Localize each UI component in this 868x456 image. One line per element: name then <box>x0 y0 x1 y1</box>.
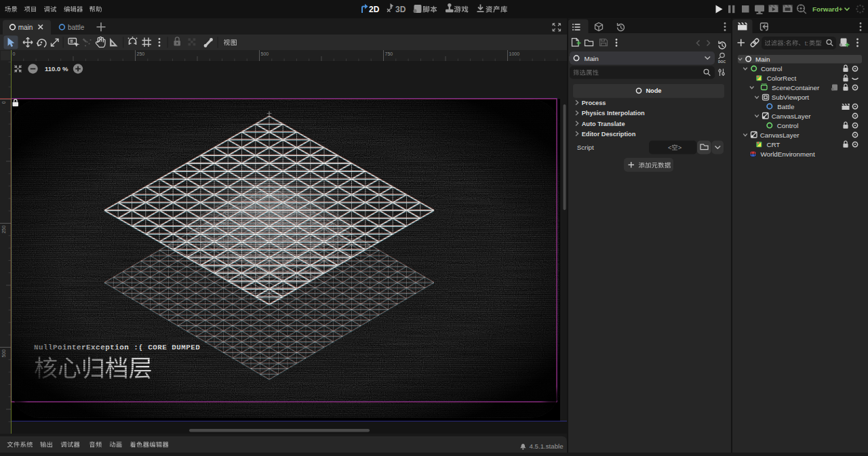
svg-text:Control: Control <box>761 65 783 72</box>
svg-text:SubViewport: SubViewport <box>772 94 810 101</box>
svg-text:>: > <box>678 144 682 151</box>
svg-text:Auto Translate: Auto Translate <box>582 121 625 127</box>
svg-text:CanvasLayer: CanvasLayer <box>772 112 811 120</box>
svg-text:Physics Interpolation: Physics Interpolation <box>582 110 645 117</box>
svg-text:Node: Node <box>646 87 661 94</box>
svg-text:Forward+: Forward+ <box>812 5 843 13</box>
svg-text:750: 750 <box>385 51 393 56</box>
svg-text:DOC: DOC <box>718 60 726 64</box>
svg-text:500: 500 <box>261 51 269 56</box>
svg-text::: : <box>784 40 786 47</box>
svg-text:<: < <box>668 144 671 151</box>
svg-text:250: 250 <box>137 51 145 56</box>
svg-text:CanvasLayer: CanvasLayer <box>760 131 800 139</box>
svg-text:Editor Description: Editor Description <box>582 131 636 138</box>
svg-text:ColorRect: ColorRect <box>767 75 797 82</box>
svg-text:Control: Control <box>777 122 799 129</box>
svg-text:Script: Script <box>577 144 594 151</box>
svg-text:CRT: CRT <box>766 141 780 148</box>
svg-text:3D: 3D <box>395 5 406 14</box>
svg-text:500: 500 <box>1 350 6 358</box>
svg-text:1000: 1000 <box>509 51 520 56</box>
svg-text:4.5.1.stable: 4.5.1.stable <box>530 442 564 450</box>
svg-text:Main: Main <box>585 55 599 62</box>
svg-text:0: 0 <box>1 101 6 104</box>
svg-text:t:: t: <box>805 40 808 47</box>
svg-text:250: 250 <box>1 226 6 234</box>
svg-text:main: main <box>18 24 33 31</box>
svg-text:battle: battle <box>68 24 85 31</box>
svg-text:WorldEnvironment: WorldEnvironment <box>760 150 815 158</box>
svg-text:110.0 %: 110.0 % <box>45 65 68 72</box>
svg-text:0: 0 <box>13 51 16 56</box>
svg-text:Process: Process <box>582 100 606 106</box>
svg-text:Battle: Battle <box>777 103 795 110</box>
svg-text:Main: Main <box>755 56 770 63</box>
svg-text:2D: 2D <box>369 5 380 14</box>
svg-text:SceneContainer: SceneContainer <box>772 84 820 91</box>
